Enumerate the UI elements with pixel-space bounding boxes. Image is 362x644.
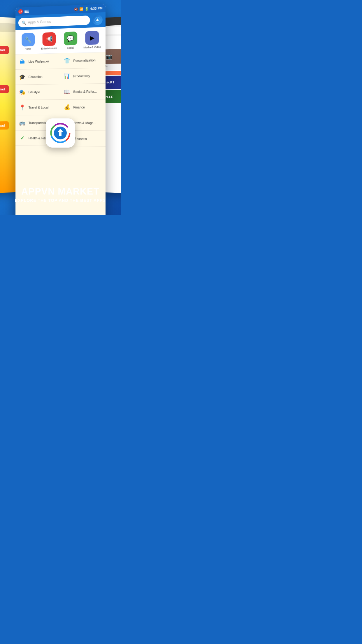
education-icon: 🎓 xyxy=(18,73,26,81)
finance-icon: 💰 xyxy=(63,103,71,111)
grid-cell-education[interactable]: 🎓 Education xyxy=(15,69,60,85)
app-logo-large xyxy=(46,118,75,148)
notification-badge: 14 xyxy=(18,9,23,14)
tools-label: Tools xyxy=(25,48,31,50)
sub-title: EXPLORE THE TOP AND THE BEST APPS xyxy=(6,198,115,203)
lifestyle-label: Lifestyle xyxy=(29,90,40,94)
grid-cell-live-wallpaper[interactable]: 🏔 Live Wallpaper xyxy=(15,53,60,69)
left-download-btn3[interactable]: Download xyxy=(0,121,9,130)
personalization-label: Personalization xyxy=(73,58,96,62)
grid-cell-productivity[interactable]: 📊 Productivity xyxy=(60,68,106,84)
category-media[interactable]: ▶ Media & Video xyxy=(83,31,101,49)
search-box[interactable]: 🔍 Apps & Games xyxy=(18,15,90,27)
grid-cell-finance[interactable]: 💰 Finance xyxy=(60,99,106,115)
grid-cell-travel[interactable]: 📍 Travel & Local xyxy=(15,100,60,115)
health-icon: ✔ xyxy=(18,134,26,142)
mute-icon: 🔇 xyxy=(74,7,78,11)
education-label: Education xyxy=(29,75,43,79)
grid-row-2: 🎭 Lifestyle 📖 Books & Refer... xyxy=(15,84,106,100)
social-icon: 💬 xyxy=(64,32,77,46)
grid-cell-personalization[interactable]: 👕 Personalization xyxy=(60,52,106,69)
books-icon: 📖 xyxy=(63,88,71,96)
app-logo[interactable] xyxy=(92,15,103,25)
entertainment-label: Entertainment xyxy=(41,47,57,50)
grid-row-3: 📍 Travel & Local 💰 Finance xyxy=(15,99,106,115)
transportation-icon: 🚌 xyxy=(18,119,26,127)
finance-label: Finance xyxy=(73,106,85,109)
grid-cell-lifestyle[interactable]: 🎭 Lifestyle xyxy=(15,84,60,100)
news-label: News & Maga... xyxy=(73,121,96,125)
logo-circle xyxy=(46,118,75,148)
hamburger-menu[interactable] xyxy=(24,10,29,13)
personalization-icon: 👕 xyxy=(63,57,71,65)
travel-label: Travel & Local xyxy=(29,106,49,109)
books-label: Books & Refer... xyxy=(73,90,97,94)
lifestyle-icon: 🎭 xyxy=(18,88,26,96)
grid-row-1: 🎓 Education 📊 Productivity xyxy=(15,68,106,85)
search-icon: 🔍 xyxy=(22,20,26,25)
media-icon: ▶ xyxy=(85,31,99,45)
travel-icon: 📍 xyxy=(18,104,26,112)
shopping-label: Shopping xyxy=(73,136,87,140)
tools-icon: 🔧 xyxy=(22,33,35,47)
wifi-icon: 📶 xyxy=(80,7,84,11)
category-entertainment[interactable]: 📢 Entertainment xyxy=(41,32,58,50)
productivity-label: Productivity xyxy=(73,74,90,78)
category-social[interactable]: 💬 Social xyxy=(62,32,79,50)
categories-row: 🔧 Tools 📢 Entertainment 💬 Social ▶ Media… xyxy=(15,27,106,55)
social-label: Social xyxy=(67,46,74,50)
battery-icon: 🔋 xyxy=(85,7,89,11)
status-right: 🔇 📶 🔋 4:33 PM xyxy=(74,6,103,11)
grid-cell-books[interactable]: 📖 Books & Refer... xyxy=(60,84,106,99)
left-download-btn2[interactable]: Download xyxy=(0,85,9,93)
left-download-btn1[interactable]: Download xyxy=(0,45,9,54)
clock: 4:33 PM xyxy=(90,6,103,10)
live-wallpaper-label: Live Wallpaper xyxy=(29,60,49,63)
media-label: Media & Video xyxy=(83,46,101,49)
bottom-text: APPVN MARKET EXPLORE THE TOP AND THE BES… xyxy=(0,186,121,203)
phone-main: 14 🔇 📶 🔋 4:33 PM 🔍 Apps & Games xyxy=(15,4,106,215)
entertainment-icon: 📢 xyxy=(43,32,56,46)
live-wallpaper-icon: 🏔 xyxy=(18,58,26,66)
grid-row-0: 🏔 Live Wallpaper 👕 Personalization xyxy=(15,52,106,70)
productivity-icon: 📊 xyxy=(63,72,71,80)
main-title: APPVN MARKET xyxy=(6,186,115,197)
search-placeholder: Apps & Games xyxy=(28,20,51,24)
category-tools[interactable]: 🔧 Tools xyxy=(20,33,36,51)
